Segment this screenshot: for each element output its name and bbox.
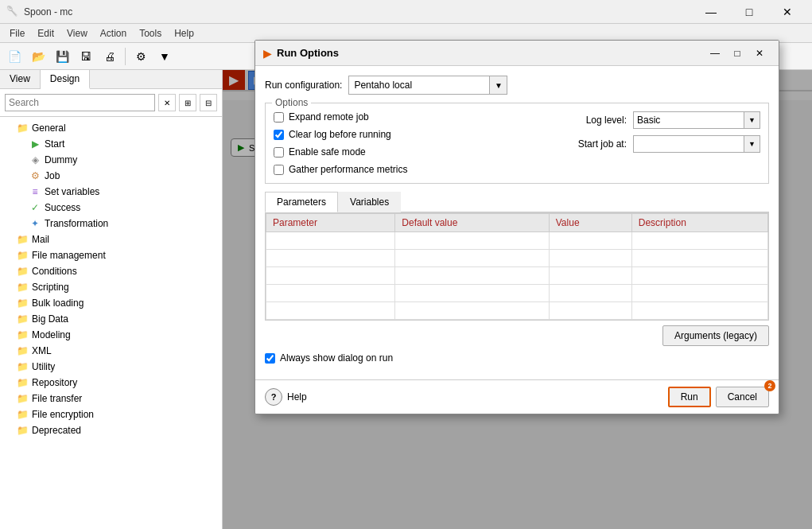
menu-view[interactable]: View xyxy=(60,26,94,41)
dialog-minimize-button[interactable]: — xyxy=(704,45,726,62)
tree-folder-file-mgmt-label: File management xyxy=(32,250,106,261)
tree-folder-xml[interactable]: 📁 XML xyxy=(0,343,222,359)
footer-left: ? Help xyxy=(265,388,307,406)
close-button[interactable]: ✕ xyxy=(769,0,806,24)
window-controls: — □ ✕ xyxy=(693,0,806,24)
tree-folder-file-mgmt[interactable]: 📁 File management xyxy=(0,247,222,263)
menu-action[interactable]: Action xyxy=(94,26,133,41)
dialog-tab-parameters[interactable]: Parameters xyxy=(265,192,338,212)
tab-design[interactable]: Design xyxy=(41,70,90,89)
search-input[interactable] xyxy=(5,94,155,111)
app-title: Spoon - mc xyxy=(24,6,72,18)
menu-help[interactable]: Help xyxy=(168,26,200,41)
tree-folder-bigdata[interactable]: 📁 Big Data xyxy=(0,311,222,327)
tree-item-transformation[interactable]: ✦ Transformation xyxy=(0,216,222,231)
parameters-table: Parameter Default value Value Descriptio… xyxy=(266,213,768,320)
col-description: Description xyxy=(631,214,767,232)
menu-file[interactable]: File xyxy=(3,26,31,41)
log-level-arrow[interactable]: ▼ xyxy=(744,112,760,128)
tree-folder-file-encryption[interactable]: 📁 File encryption xyxy=(0,406,222,422)
dialog-close-button[interactable]: ✕ xyxy=(748,45,771,62)
footer-right: Run 2 Cancel xyxy=(668,387,769,407)
clear-log-checkbox[interactable] xyxy=(274,130,284,140)
start-job-dropdown[interactable]: ▼ xyxy=(633,135,760,153)
col-default-value: Default value xyxy=(395,214,549,232)
folder-open-icon: 📁 xyxy=(16,122,29,134)
sidebar-tabs: View Design xyxy=(0,70,222,89)
minimize-button[interactable]: — xyxy=(693,0,729,24)
tree-folder-general[interactable]: 📁 General xyxy=(0,120,222,136)
save-button[interactable]: 💾 xyxy=(51,45,73,68)
tree-folder-mail[interactable]: 📁 Mail xyxy=(0,231,222,247)
perf-metrics-label: Gather performance metrics xyxy=(289,164,407,175)
expand-remote-checkbox[interactable] xyxy=(274,112,284,123)
col-value: Value xyxy=(549,214,631,232)
open-button[interactable]: 📂 xyxy=(27,45,49,68)
tree-item-dummy-label: Dummy xyxy=(45,154,77,165)
layers-button[interactable]: ⚙ xyxy=(130,45,152,68)
tree-item-success-label: Success xyxy=(45,202,80,213)
help-label: Help xyxy=(287,391,307,403)
log-level-dropdown[interactable]: Basic ▼ xyxy=(633,111,760,129)
success-icon: ✓ xyxy=(29,201,41,214)
tree-folder-general-label: General xyxy=(32,123,66,134)
table-row-empty-4 xyxy=(266,285,768,302)
clear-search-button[interactable]: ✕ xyxy=(158,94,176,111)
tree-item-job[interactable]: ⚙ Job xyxy=(0,168,222,184)
menu-tools[interactable]: Tools xyxy=(133,26,168,41)
save-as-button[interactable]: 🖫 xyxy=(75,45,97,68)
cancel-button[interactable]: Cancel xyxy=(716,387,769,407)
maximize-button[interactable]: □ xyxy=(731,0,767,24)
run-config-dropdown[interactable]: Pentaho local ▼ xyxy=(348,76,507,95)
tree-folder-bulk-loading[interactable]: 📁 Bulk loading xyxy=(0,295,222,311)
folder-icon-utility: 📁 xyxy=(16,360,29,373)
start-job-arrow[interactable]: ▼ xyxy=(744,136,760,152)
arrow-button[interactable]: ▼ xyxy=(153,45,176,68)
print-button[interactable]: 🖨 xyxy=(99,45,121,68)
arguments-legacy-button[interactable]: Arguments (legacy) xyxy=(662,325,769,346)
dialog-tab-variables[interactable]: Variables xyxy=(338,192,401,212)
tree-folder-modeling[interactable]: 📁 Modeling xyxy=(0,327,222,343)
folder-icon-repository: 📁 xyxy=(16,376,29,389)
tree-folder-conditions[interactable]: 📁 Conditions xyxy=(0,263,222,279)
tree-folder-scripting-label: Scripting xyxy=(32,282,69,293)
badge-2: 2 xyxy=(764,380,775,391)
menu-edit[interactable]: Edit xyxy=(31,26,60,41)
safe-mode-checkbox[interactable] xyxy=(274,147,284,158)
help-button[interactable]: ? xyxy=(265,388,282,406)
tree-folder-utility[interactable]: 📁 Utility xyxy=(0,359,222,375)
checkbox-clear-log: Clear log before running xyxy=(274,129,547,140)
run-dialog-button[interactable]: Run xyxy=(668,387,711,407)
sidebar-search-bar: ✕ ⊞ ⊟ xyxy=(0,89,222,117)
tab-view[interactable]: View xyxy=(0,70,41,88)
dialog-maximize-button[interactable]: □ xyxy=(726,45,748,62)
new-file-button[interactable]: 📄 xyxy=(3,45,25,68)
log-level-value: Basic xyxy=(634,115,744,126)
tree-folder-file-transfer[interactable]: 📁 File transfer xyxy=(0,391,222,406)
tree-folder-repository[interactable]: 📁 Repository xyxy=(0,375,222,391)
tree-folder-deprecated[interactable]: 📁 Deprecated xyxy=(0,422,222,438)
tree-folder-file-encryption-label: File encryption xyxy=(32,409,94,420)
tree-folder-scripting[interactable]: 📁 Scripting xyxy=(0,279,222,295)
folder-icon-xml: 📁 xyxy=(16,344,29,357)
expand-remote-label: Expand remote job xyxy=(289,111,369,123)
tree-item-start[interactable]: ▶ Start xyxy=(0,136,222,152)
tree-folder-conditions-label: Conditions xyxy=(32,266,77,277)
parameters-table-container: Parameter Default value Value Descriptio… xyxy=(265,212,769,321)
tree-item-dummy[interactable]: ◈ Dummy xyxy=(0,152,222,168)
always-show-checkbox[interactable] xyxy=(265,353,275,364)
always-show-row: Always show dialog on run xyxy=(265,346,769,370)
folder-icon-mail: 📁 xyxy=(16,233,29,246)
run-options-dialog: ▶ Run Options — □ ✕ Run configuration: P… xyxy=(254,40,779,414)
folder-icon-fileenc: 📁 xyxy=(16,408,29,421)
run-config-dropdown-arrow[interactable]: ▼ xyxy=(489,76,507,94)
dialog-title: Run Options xyxy=(277,47,704,59)
collapse-all-button[interactable]: ⊟ xyxy=(200,94,217,111)
expand-all-button[interactable]: ⊞ xyxy=(179,94,196,111)
perf-metrics-checkbox[interactable] xyxy=(274,165,284,175)
tree-item-setvars[interactable]: ≡ Set variables xyxy=(0,184,222,200)
options-group: Options Expand remote job Clear log befo… xyxy=(265,103,769,184)
dialog-title-bar: ▶ Run Options — □ ✕ xyxy=(255,41,779,66)
tree-item-success[interactable]: ✓ Success xyxy=(0,200,222,216)
right-options: Log level: Basic ▼ Start job at: ▼ xyxy=(563,111,760,175)
